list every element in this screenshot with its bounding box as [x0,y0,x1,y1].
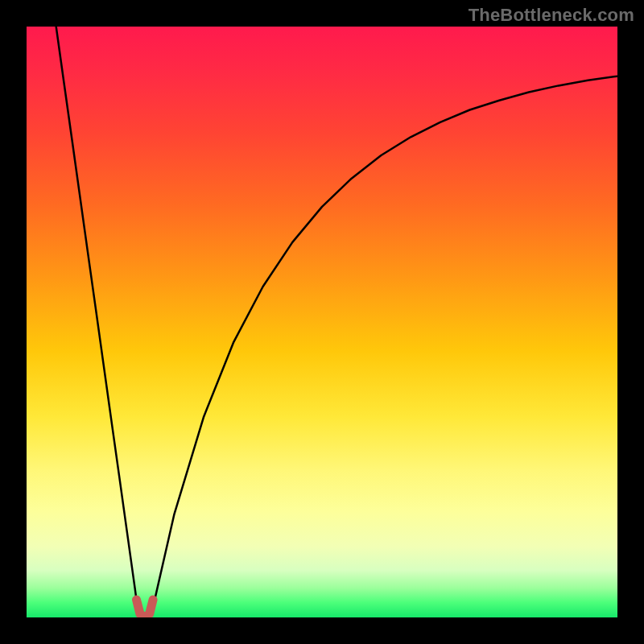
bottleneck-curve-path [56,27,617,617]
bottleneck-curve [27,27,617,617]
watermark-text: TheBottleneck.com [469,5,634,26]
plot-area [27,27,617,617]
minimum-u-marker [137,600,154,617]
outer-frame: TheBottleneck.com [0,0,644,644]
